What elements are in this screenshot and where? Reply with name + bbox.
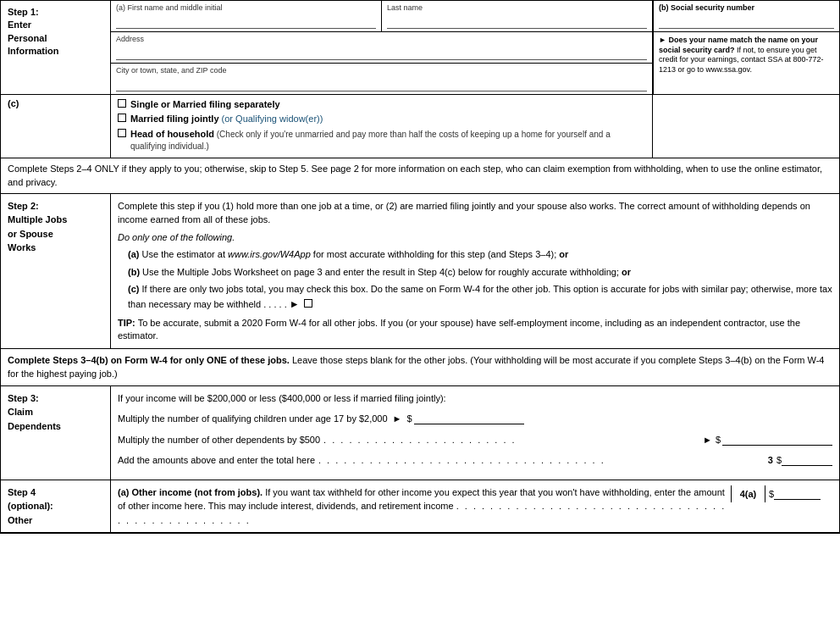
step3-row2-arrow: ► xyxy=(703,433,712,447)
step4a-dollar-col: $ xyxy=(765,485,832,503)
step2-label: Step 2: Multiple Jobs or Spouse Works xyxy=(1,194,111,348)
ssn-match-text: ► Does your name match the name on your … xyxy=(654,32,839,79)
step3-condition: If your income will be $200,000 or less … xyxy=(118,391,832,406)
step2c-arrow: ► xyxy=(290,298,300,310)
hoh-checkbox[interactable] xyxy=(118,129,126,137)
step3-row2-text: Multiply the number of other dependents … xyxy=(118,433,320,447)
step2-intro: Complete this step if you (1) hold more … xyxy=(118,199,832,227)
step1-fields: (a) First name and middle initial Last n… xyxy=(111,1,653,94)
step3-row1-text: Multiply the number of qualifying childr… xyxy=(118,412,388,426)
step3-row2-input[interactable] xyxy=(722,435,832,446)
instructions-banner: Complete Steps 2–4 ONLY if they apply to… xyxy=(1,158,839,194)
step1-label: Step 1: Enter Personal Information xyxy=(1,1,111,94)
step4a-row: (a) Other income (not from jobs). If you… xyxy=(118,485,832,528)
step3-content: If your income will be $200,000 or less … xyxy=(111,386,839,480)
first-name-input[interactable] xyxy=(116,14,376,29)
step3-row2: Multiply the number of other dependents … xyxy=(118,433,832,447)
step2-option-c: (c) If there are only two jobs total, yo… xyxy=(128,282,832,312)
step3-row1-input[interactable] xyxy=(414,413,524,424)
step4a-input[interactable] xyxy=(774,489,821,500)
complete-steps-text: Complete Steps 3–4(b) on Form W-4 for on… xyxy=(8,355,824,380)
step2-section: Step 2: Multiple Jobs or Spouse Works Co… xyxy=(1,194,839,349)
step2c-checkbox[interactable] xyxy=(304,299,312,308)
step3-section: Step 3: Claim Dependents If your income … xyxy=(1,386,839,480)
step1-information: Information xyxy=(8,46,59,56)
step3-row1: Multiply the number of qualifying childr… xyxy=(118,412,832,426)
step3-total-num: 3 xyxy=(768,453,773,468)
single-checkbox[interactable] xyxy=(118,99,126,108)
step4a-num-dollar: 4(a) $ xyxy=(731,485,832,503)
ssn-section: (b) Social security number ► Does your n… xyxy=(653,1,839,94)
city-input[interactable] xyxy=(116,76,647,91)
filing-options: Single or Married filing separately Marr… xyxy=(111,95,653,158)
step4-num: Step 4 xyxy=(8,487,36,497)
step4a-num: 4(a) xyxy=(732,485,765,503)
ssn-label: (b) Social security number xyxy=(659,3,834,12)
filing-right-empty xyxy=(653,95,839,158)
married-checkbox[interactable] xyxy=(118,114,126,122)
step3-row1-arrow: ► xyxy=(393,412,402,426)
step4-section: Step 4 (optional): Other (a) Other incom… xyxy=(1,480,839,534)
step2-tip: TIP: To be accurate, submit a 2020 Form … xyxy=(118,317,832,343)
step4a-label: (a) Other income (not from jobs). xyxy=(118,487,262,497)
step3-row2-dollar: $ xyxy=(716,433,721,447)
step3-claim: Claim xyxy=(8,407,33,417)
ssn-top: (b) Social security number xyxy=(654,1,839,32)
filing-hoh-text: Head of household (Check only if you're … xyxy=(130,128,645,152)
step3-total-dots: . . . . . . . . . . . . . . . . . . . . … xyxy=(315,453,768,468)
filing-left-label: (c) xyxy=(1,95,111,158)
first-name-box: (a) First name and middle initial xyxy=(111,1,382,31)
filing-option-hoh: Head of household (Check only if you're … xyxy=(118,128,645,152)
step2-multiple: Multiple Jobs xyxy=(8,214,67,225)
step4-other: Other xyxy=(8,515,32,525)
filing-single-text: Single or Married filing separately xyxy=(130,98,280,110)
step4-label: Step 4 (optional): Other xyxy=(1,480,111,533)
ssn-input[interactable] xyxy=(659,14,834,29)
instructions-text: Complete Steps 2–4 ONLY if they apply to… xyxy=(8,164,822,186)
first-name-label: (a) First name and middle initial xyxy=(116,3,376,12)
filing-status-row: (c) Single or Married filing separately … xyxy=(1,95,839,158)
step3-total-text: Add the amounts above and enter the tota… xyxy=(118,453,315,468)
step4-optional: (optional): xyxy=(8,501,53,511)
last-name-box: Last name xyxy=(382,1,652,31)
irs-link: www.irs.gov/W4App xyxy=(228,249,311,259)
step3-label: Step 3: Claim Dependents xyxy=(1,386,111,480)
step3-total-input[interactable] xyxy=(782,455,832,466)
filing-c-label: (c) xyxy=(8,98,19,108)
step4a-text-block: (a) Other income (not from jobs). If you… xyxy=(118,485,731,528)
w4-form: Step 1: Enter Personal Information (a) F… xyxy=(0,0,840,534)
step1-section: Step 1: Enter Personal Information (a) F… xyxy=(1,1,839,95)
city-label: City or town, state, and ZIP code xyxy=(116,66,647,75)
step3-num: Step 3: xyxy=(8,393,39,403)
name-row: (a) First name and middle initial Last n… xyxy=(111,1,652,32)
step3-dependents: Dependents xyxy=(8,421,61,431)
step3-total-row: Add the amounts above and enter the tota… xyxy=(118,453,832,468)
step1-num: Step 1: xyxy=(8,7,39,17)
step2-do-one-text: Do only one of the following. xyxy=(118,232,235,242)
step2-content: Complete this step if you (1) hold more … xyxy=(111,194,839,348)
step4-content: (a) Other income (not from jobs). If you… xyxy=(111,480,839,533)
last-name-input[interactable] xyxy=(387,14,647,29)
step1-enter: Enter xyxy=(8,19,31,30)
step3-row1-dollar: $ xyxy=(406,412,412,426)
step1-personal: Personal xyxy=(8,33,47,43)
step2-num: Step 2: xyxy=(8,201,39,211)
city-box: City or town, state, and ZIP code xyxy=(111,64,652,94)
step2-option-a: (a) Use the estimator at www.irs.gov/W4A… xyxy=(128,247,832,262)
last-name-label: Last name xyxy=(387,3,647,12)
address-label: Address xyxy=(116,35,647,43)
complete-steps-banner: Complete Steps 3–4(b) on Form W-4 for on… xyxy=(1,349,839,386)
step2-do-one: Do only one of the following. xyxy=(118,230,832,245)
filing-option-married: Married filing jointly (or Qualifying wi… xyxy=(118,113,645,125)
filing-married-text: Married filing jointly (or Qualifying wi… xyxy=(130,113,323,125)
step3-row2-dots: . . . . . . . . . . . . . . . . . . . . … xyxy=(320,433,699,447)
address-box: Address xyxy=(111,32,652,64)
step2-works: Works xyxy=(8,242,36,252)
step2-option-b: (b) Use the Multiple Jobs Worksheet on p… xyxy=(128,265,832,280)
step2-or-spouse: or Spouse xyxy=(8,229,53,239)
filing-option-single: Single or Married filing separately xyxy=(118,98,645,110)
address-input[interactable] xyxy=(116,45,647,60)
